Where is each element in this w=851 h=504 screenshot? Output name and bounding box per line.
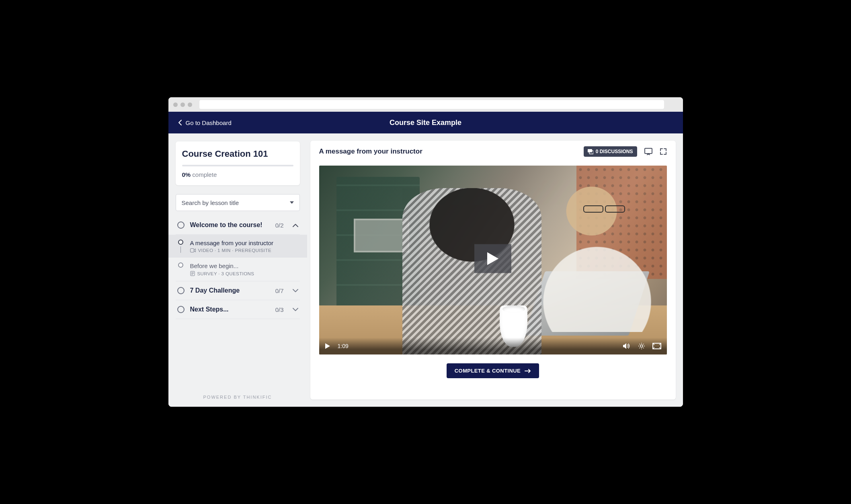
discussions-button[interactable]: 0 DISCUSSIONS — [584, 146, 637, 157]
lesson-meta: SURVEY · 3 QUESTIONS — [190, 271, 298, 276]
lesson-body: A message from your instructor VIDEO · 1… — [190, 240, 298, 253]
svg-rect-0 — [190, 249, 194, 252]
go-to-dashboard-link[interactable]: Go to Dashboard — [178, 119, 232, 126]
progress-percent: 0% — [182, 171, 191, 178]
traffic-light-zoom[interactable] — [188, 102, 192, 107]
lesson-connector — [180, 246, 181, 253]
lesson-title: A message from your instructor — [190, 240, 298, 246]
dashboard-link-label: Go to Dashboard — [186, 119, 232, 126]
chevron-up-icon — [293, 223, 298, 227]
app-body: Course Creation 101 0% complete Search b… — [168, 133, 683, 407]
chevron-down-icon — [293, 289, 298, 293]
play-small-icon — [325, 343, 330, 349]
course-progress-card: Course Creation 101 0% complete — [176, 141, 300, 185]
progress-bar — [182, 165, 293, 166]
chapter-row-7-day-challenge[interactable]: 7 Day Challenge 0/7 — [176, 281, 300, 300]
chevron-left-icon — [178, 120, 182, 125]
play-overlay-button[interactable] — [474, 244, 511, 273]
chapter-count: 0/7 — [275, 287, 284, 294]
chapter-progress-circle — [177, 306, 185, 313]
lesson-body: Before we begin... SURVEY · 3 QUESTIONS — [190, 262, 298, 276]
search-placeholder: Search by lesson title — [182, 199, 239, 206]
lesson-content-card: A message from your instructor 0 DISCUSS… — [310, 141, 676, 400]
chapter-row-welcome[interactable]: Welcome to the course! 0/2 — [176, 216, 300, 235]
complete-continue-button[interactable]: COMPLETE & CONTINUE — [447, 363, 539, 378]
chapter-row-next-steps[interactable]: Next Steps... 0/3 — [176, 300, 300, 319]
sidebar: Course Creation 101 0% complete Search b… — [168, 133, 307, 407]
chapter-list: Welcome to the course! 0/2 A message fro… — [176, 216, 300, 385]
powered-by-footer: POWERED BY THINKIFIC — [176, 385, 300, 407]
play-icon — [486, 251, 499, 266]
lesson-heading: A message from your instructor — [319, 148, 422, 156]
expand-icon — [660, 148, 667, 155]
svg-point-5 — [640, 345, 643, 347]
lesson-progress-col — [177, 262, 185, 276]
volume-icon — [623, 343, 631, 349]
theater-icon — [652, 343, 661, 349]
chat-icon — [588, 149, 593, 154]
lesson-title: Before we begin... — [190, 262, 298, 269]
lesson-list: A message from your instructor VIDEO · 1… — [176, 235, 300, 281]
browser-chrome — [168, 97, 683, 112]
chapter-title: 7 Day Challenge — [190, 287, 270, 294]
lesson-meta-text: VIDEO · 1 MIN · PREREQUISITE — [198, 248, 271, 253]
survey-icon — [190, 271, 195, 276]
site-title: Course Site Example — [390, 119, 461, 127]
fullscreen-button[interactable] — [660, 148, 667, 155]
chapter-title: Welcome to the course! — [190, 221, 270, 229]
lesson-progress-col — [177, 240, 185, 253]
video-time: 1:09 — [338, 343, 349, 349]
search-lessons-select[interactable]: Search by lesson title — [176, 194, 300, 211]
play-button[interactable] — [325, 343, 330, 349]
lesson-progress-circle — [178, 240, 183, 245]
video-controls: 1:09 — [319, 338, 667, 354]
discussions-label: 0 DISCUSSIONS — [596, 149, 633, 154]
chapter-title: Next Steps... — [190, 306, 270, 313]
traffic-light-minimize[interactable] — [180, 102, 185, 107]
lesson-row-instructor-message[interactable]: A message from your instructor VIDEO · 1… — [168, 235, 307, 258]
gear-icon — [638, 342, 645, 350]
chapter-progress-circle — [177, 287, 185, 294]
url-bar[interactable] — [199, 100, 664, 109]
video-player[interactable]: 1:09 — [319, 166, 667, 354]
volume-button[interactable] — [623, 343, 631, 349]
arrow-right-icon — [525, 369, 531, 373]
traffic-light-close[interactable] — [173, 102, 178, 107]
video-icon — [190, 248, 196, 252]
popout-button[interactable] — [644, 148, 652, 155]
popout-icon — [644, 148, 652, 155]
header-actions: 0 DISCUSSIONS — [584, 146, 667, 157]
settings-button[interactable] — [638, 342, 645, 350]
svg-rect-4 — [645, 148, 652, 154]
content-header: A message from your instructor 0 DISCUSS… — [310, 141, 676, 161]
chapter-count: 0/2 — [275, 222, 284, 229]
top-nav: Go to Dashboard Course Site Example — [168, 112, 683, 133]
theater-button[interactable] — [652, 343, 661, 349]
lesson-row-before-we-begin[interactable]: Before we begin... SURVEY · 3 QUESTIONS — [176, 258, 300, 281]
browser-window: Go to Dashboard Course Site Example Cour… — [168, 97, 683, 407]
main-content: A message from your instructor 0 DISCUSS… — [307, 133, 683, 407]
chapter-count: 0/3 — [275, 306, 284, 313]
cta-row: COMPLETE & CONTINUE — [310, 354, 676, 378]
lesson-meta-text: SURVEY · 3 QUESTIONS — [197, 271, 254, 276]
progress-word: complete — [192, 171, 217, 178]
complete-label: COMPLETE & CONTINUE — [455, 368, 521, 374]
progress-text: 0% complete — [182, 171, 293, 178]
course-title: Course Creation 101 — [182, 149, 293, 159]
lesson-progress-circle — [178, 262, 183, 268]
caret-down-icon — [290, 201, 294, 204]
traffic-lights — [173, 102, 192, 107]
chapter-progress-circle — [177, 221, 185, 229]
lesson-meta: VIDEO · 1 MIN · PREREQUISITE — [190, 248, 298, 253]
chevron-down-icon — [293, 308, 298, 311]
